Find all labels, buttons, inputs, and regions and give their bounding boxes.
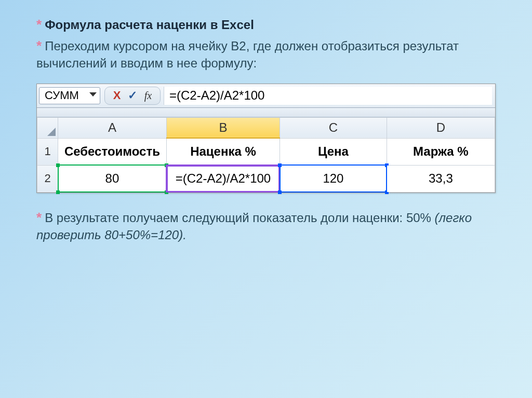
cell-D1[interactable]: Маржа % [387, 138, 495, 165]
cell-D2[interactable]: 33,3 [387, 165, 495, 192]
range-handle-icon [56, 190, 60, 194]
slide-top-text: *Формула расчета наценки в Excel *Перехо… [36, 16, 496, 72]
bullet-icon: * [36, 17, 42, 32]
cell-A2-value: 80 [105, 171, 119, 185]
formula-bar-buttons: X ✓ fx [104, 87, 161, 105]
excel-window: СУММ X ✓ fx =(C2-A2)/A2*100 A B C D 1 Се… [36, 84, 496, 193]
range-handle-icon [56, 163, 60, 167]
cell-C2-value: 120 [323, 171, 343, 185]
col-header-D[interactable]: D [387, 117, 495, 138]
chevron-down-icon[interactable] [89, 92, 97, 100]
formula-text: =(C2-A2)/A2*100 [169, 88, 264, 103]
formula-bar: СУММ X ✓ fx =(C2-A2)/A2*100 [37, 84, 495, 108]
col-header-A[interactable]: A [58, 117, 167, 138]
slide-intro: Переходим курсором на ячейку B2, где дол… [36, 39, 459, 70]
name-box-value: СУММ [45, 89, 79, 102]
formula-input[interactable]: =(C2-A2)/A2*100 [164, 87, 492, 105]
slide-bottom-text: *В результате получаем следующий показат… [36, 209, 496, 243]
corner-triangle-icon [47, 128, 56, 136]
cell-A1[interactable]: Себестоимость [58, 138, 167, 165]
worksheet-grid[interactable]: A B C D 1 Себестоимость Наценка % Цена М… [37, 117, 495, 193]
cell-B2-value: =(C2-A2)/A2*100 [176, 171, 271, 185]
grid-top-spacer [37, 108, 495, 117]
fx-icon[interactable]: fx [140, 90, 156, 102]
check-icon[interactable]: ✓ [125, 89, 140, 102]
select-all-corner[interactable] [37, 117, 58, 138]
cell-B1[interactable]: Наценка % [166, 138, 280, 165]
slide-title: Формула расчета наценки в Excel [45, 18, 254, 32]
range-handle-icon [278, 163, 282, 167]
cell-B2[interactable]: =(C2-A2)/A2*100 [166, 165, 280, 192]
col-header-C[interactable]: C [280, 117, 387, 138]
result-text: В результате получаем следующий показате… [45, 211, 434, 225]
bullet-icon: * [36, 38, 42, 53]
col-header-B[interactable]: B [166, 117, 280, 138]
cell-A2[interactable]: 80 [58, 165, 167, 192]
row-header-1[interactable]: 1 [37, 138, 58, 165]
cell-C1[interactable]: Цена [280, 138, 387, 165]
cancel-icon[interactable]: X [109, 89, 125, 102]
cell-C2[interactable]: 120 [280, 165, 387, 192]
row-header-2[interactable]: 2 [37, 165, 58, 192]
bullet-icon: * [36, 210, 42, 225]
range-handle-icon [278, 190, 282, 194]
name-box[interactable]: СУММ [39, 87, 100, 104]
